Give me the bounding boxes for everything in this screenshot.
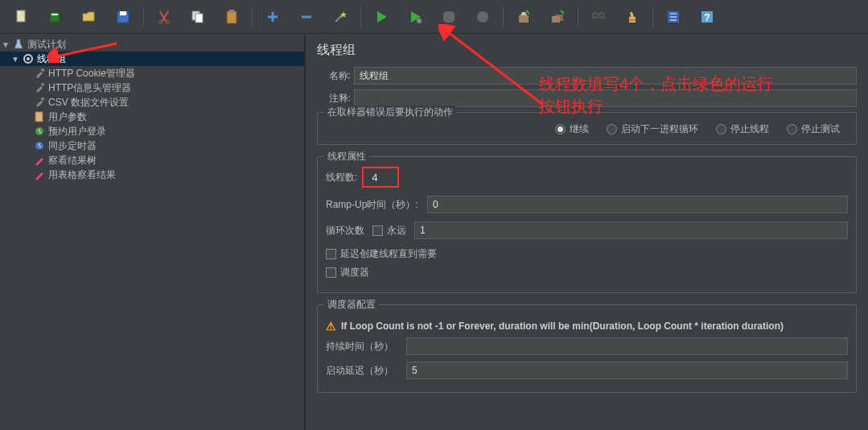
tree-item[interactable]: 同步定时器 xyxy=(0,139,304,153)
paste-button[interactable] xyxy=(216,4,247,30)
plus-button[interactable] xyxy=(257,4,288,30)
tree-root[interactable]: ▼ 测试计划 xyxy=(0,37,304,52)
svg-text:?: ? xyxy=(704,12,710,23)
clock-icon xyxy=(33,125,46,138)
error-action-legend: 在取样器错误后要执行的动作 xyxy=(324,105,456,119)
wrench-icon xyxy=(33,96,46,109)
pencil-icon xyxy=(33,154,46,167)
duration-label: 持续时间（秒） xyxy=(326,340,406,354)
save-button[interactable] xyxy=(108,4,138,30)
name-label: 名称: xyxy=(317,69,351,83)
svg-rect-9 xyxy=(227,11,237,23)
remark-label: 注释: xyxy=(317,92,351,105)
svg-rect-10 xyxy=(229,10,234,13)
templates-button[interactable] xyxy=(40,4,71,30)
scheduler-fieldset: 调度器配置 ⚠ If Loop Count is not -1 or Forev… xyxy=(317,304,857,393)
play-button[interactable] xyxy=(366,4,397,30)
wand-button[interactable] xyxy=(325,4,356,30)
forever-checkbox[interactable]: 永远 xyxy=(372,224,406,238)
ramp-input[interactable] xyxy=(427,196,848,213)
tree-item[interactable]: 预约用户登录 xyxy=(0,124,304,139)
flask-icon xyxy=(12,38,25,51)
warning-icon: ⚠ xyxy=(326,320,336,333)
wrench-icon xyxy=(33,81,46,94)
svg-rect-2 xyxy=(51,14,58,15)
tree-item[interactable]: HTTP信息头管理器 xyxy=(0,81,304,95)
function-helper-button[interactable] xyxy=(658,4,689,30)
help-button[interactable]: ? xyxy=(692,4,722,30)
svg-rect-8 xyxy=(195,14,203,23)
tree-panel: ▼ 测试计划 ▼ 线程组 HTTP Cookie管理器 HTTP信息头管理器 C… xyxy=(0,34,306,430)
thread-props-fieldset: 线程属性 线程数: Ramp-Up时间（秒）: 循环次数 永远 延迟创建 xyxy=(317,156,857,293)
main-toolbar: ? xyxy=(0,0,868,34)
search-button[interactable] xyxy=(583,4,614,30)
radio-continue[interactable]: 继续 xyxy=(555,122,589,136)
svg-point-12 xyxy=(477,11,488,23)
svg-rect-0 xyxy=(17,10,25,22)
delay-create-checkbox[interactable]: 延迟创建线程直到需要 xyxy=(326,247,437,261)
ramp-label: Ramp-Up时间（秒）: xyxy=(326,198,422,212)
thread-count-label: 线程数: xyxy=(326,171,357,184)
tree-item[interactable]: CSV 数据文件设置 xyxy=(0,95,304,110)
radio-stop-thread[interactable]: 停止线程 xyxy=(716,122,769,136)
clock-icon xyxy=(33,139,46,152)
svg-rect-13 xyxy=(519,15,529,23)
svg-rect-23 xyxy=(35,112,43,122)
new-file-button[interactable] xyxy=(6,4,37,30)
open-button[interactable] xyxy=(74,4,105,30)
tree-item[interactable]: 用户参数 xyxy=(0,110,304,124)
svg-point-11 xyxy=(417,19,422,23)
wrench-icon xyxy=(33,67,46,80)
remark-input[interactable] xyxy=(354,89,857,107)
svg-point-17 xyxy=(599,13,604,18)
thread-props-legend: 线程属性 xyxy=(324,150,369,163)
svg-point-6 xyxy=(166,20,169,23)
svg-point-16 xyxy=(593,13,598,18)
clear-all-button[interactable] xyxy=(542,4,573,30)
tree-thread-group[interactable]: ▼ 线程组 xyxy=(0,52,304,66)
play-no-pause-button[interactable] xyxy=(400,4,430,30)
clear-button[interactable] xyxy=(508,4,539,30)
loop-label: 循环次数 xyxy=(326,224,364,238)
cut-button[interactable] xyxy=(149,4,179,30)
toggle-icon[interactable]: ▼ xyxy=(2,40,10,49)
tree-root-label: 测试计划 xyxy=(27,38,66,52)
doc-icon xyxy=(33,110,46,123)
svg-point-5 xyxy=(159,20,162,23)
warning-text: If Loop Count is not -1 or Forever, dura… xyxy=(341,320,784,332)
svg-rect-1 xyxy=(50,12,60,22)
thread-count-input[interactable] xyxy=(367,168,394,186)
tree-thread-group-label: 线程组 xyxy=(37,52,66,66)
copy-button[interactable] xyxy=(183,4,213,30)
reset-search-button[interactable] xyxy=(617,4,648,30)
loop-input[interactable] xyxy=(414,221,848,239)
tree-item[interactable]: 用表格察看结果 xyxy=(0,167,304,182)
delay-label: 启动延迟（秒） xyxy=(326,364,406,378)
svg-rect-4 xyxy=(120,11,126,15)
scheduler-checkbox[interactable]: 调度器 xyxy=(326,266,369,279)
duration-input[interactable] xyxy=(406,337,848,355)
content-panel: 线程组 名称: 注释: 在取样器错误后要执行的动作 继续 启动下一进程循环 停止… xyxy=(306,34,868,430)
tree-item[interactable]: 察看结果树 xyxy=(0,153,304,167)
pencil-icon xyxy=(33,168,46,181)
radio-stop-test[interactable]: 停止测试 xyxy=(787,122,840,136)
stop-remote-button[interactable] xyxy=(467,4,498,30)
name-input[interactable] xyxy=(354,67,857,85)
tree-item[interactable]: HTTP Cookie管理器 xyxy=(0,66,304,81)
toggle-icon[interactable]: ▼ xyxy=(11,55,19,64)
gear-icon xyxy=(22,52,35,65)
thread-count-highlight xyxy=(362,167,399,188)
stop-button[interactable] xyxy=(434,4,464,30)
svg-rect-15 xyxy=(555,14,563,21)
minus-button[interactable] xyxy=(291,4,322,30)
svg-point-22 xyxy=(27,57,30,60)
scheduler-legend: 调度器配置 xyxy=(324,298,379,312)
error-action-fieldset: 在取样器错误后要执行的动作 继续 启动下一进程循环 停止线程 停止测试 xyxy=(317,112,857,145)
delay-input[interactable] xyxy=(406,362,848,379)
radio-next-loop[interactable]: 启动下一进程循环 xyxy=(607,122,698,136)
panel-title: 线程组 xyxy=(317,42,857,59)
